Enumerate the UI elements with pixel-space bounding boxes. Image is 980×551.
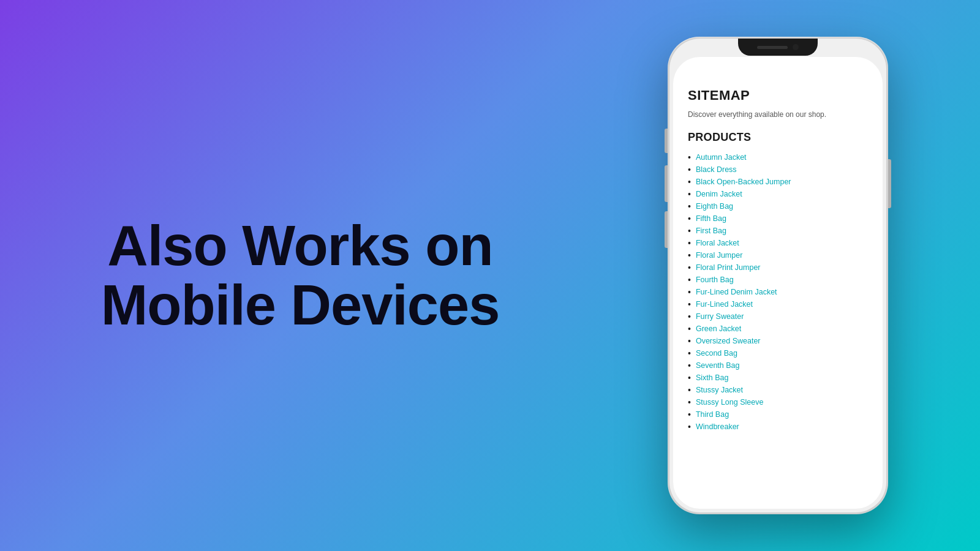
hero-headline: Also Works on Mobile Devices	[101, 216, 500, 334]
phone-inner: SITEMAP Discover everything available on…	[669, 39, 886, 512]
list-item[interactable]: Black Open-Backed Jumper	[688, 176, 868, 188]
product-link[interactable]: Floral Print Jumper	[696, 263, 761, 272]
phone-shell: SITEMAP Discover everything available on…	[668, 37, 888, 514]
hero-line2: Mobile Devices	[101, 274, 500, 336]
product-link[interactable]: First Bag	[696, 227, 726, 235]
product-link[interactable]: Green Jacket	[696, 324, 741, 333]
background: Also Works on Mobile Devices SITEMAP Dis…	[0, 0, 980, 551]
list-item[interactable]: Sixth Bag	[688, 372, 868, 384]
list-item[interactable]: Green Jacket	[688, 323, 868, 335]
list-item[interactable]: Windbreaker	[688, 421, 868, 433]
product-link[interactable]: Floral Jacket	[696, 239, 739, 247]
list-item[interactable]: Seventh Bag	[688, 359, 868, 372]
list-item[interactable]: Third Bag	[688, 408, 868, 421]
product-link[interactable]: Fur-Lined Jacket	[696, 300, 753, 309]
list-item[interactable]: Oversized Sweater	[688, 335, 868, 347]
list-item[interactable]: Floral Print Jumper	[688, 261, 868, 274]
list-item[interactable]: Floral Jacket	[688, 237, 868, 249]
sitemap-title: SITEMAP	[688, 88, 868, 103]
list-item[interactable]: Fur-Lined Denim Jacket	[688, 286, 868, 298]
product-link[interactable]: Sixth Bag	[696, 373, 729, 382]
product-link[interactable]: Furry Sweater	[696, 312, 744, 321]
list-item[interactable]: First Bag	[688, 225, 868, 237]
list-item[interactable]: Black Dress	[688, 163, 868, 176]
product-link[interactable]: Black Open-Backed Jumper	[696, 178, 791, 186]
list-item[interactable]: Eighth Bag	[688, 200, 868, 212]
product-link[interactable]: Stussy Long Sleeve	[696, 398, 764, 407]
product-link[interactable]: Eighth Bag	[696, 202, 733, 211]
hero-line1: Also Works on	[107, 214, 492, 277]
product-link[interactable]: Second Bag	[696, 349, 737, 358]
product-link[interactable]: Fifth Bag	[696, 214, 726, 223]
phone-button-mute	[665, 129, 668, 153]
product-link[interactable]: Denim Jacket	[696, 190, 742, 198]
phone-speaker	[757, 46, 788, 49]
phone-screen[interactable]: SITEMAP Discover everything available on…	[673, 57, 883, 509]
products-heading: PRODUCTS	[688, 131, 868, 144]
list-item[interactable]: Denim Jacket	[688, 188, 868, 200]
product-link[interactable]: Black Dress	[696, 165, 737, 174]
list-item[interactable]: Stussy Long Sleeve	[688, 396, 868, 408]
sitemap-description: Discover everything available on our sho…	[688, 110, 868, 120]
phone-notch	[738, 39, 818, 56]
list-item[interactable]: Second Bag	[688, 347, 868, 359]
product-link[interactable]: Fourth Bag	[696, 276, 734, 284]
list-item[interactable]: Autumn Jacket	[688, 151, 868, 163]
product-link[interactable]: Stussy Jacket	[696, 386, 743, 394]
list-item[interactable]: Fifth Bag	[688, 212, 868, 225]
product-link[interactable]: Oversized Sweater	[696, 337, 761, 345]
phone-camera	[793, 44, 799, 50]
list-item[interactable]: Fur-Lined Jacket	[688, 298, 868, 310]
phone-button-volume-up	[665, 165, 668, 202]
phone-button-power	[888, 159, 891, 208]
list-item[interactable]: Furry Sweater	[688, 310, 868, 323]
product-link[interactable]: Seventh Bag	[696, 361, 740, 370]
list-item[interactable]: Fourth Bag	[688, 274, 868, 286]
list-item[interactable]: Floral Jumper	[688, 249, 868, 261]
phone-button-volume-down	[665, 211, 668, 248]
phone-container: SITEMAP Discover everything available on…	[600, 12, 956, 539]
product-list: Autumn JacketBlack DressBlack Open-Backe…	[688, 151, 868, 433]
product-link[interactable]: Windbreaker	[696, 422, 739, 431]
product-link[interactable]: Fur-Lined Denim Jacket	[696, 288, 777, 296]
hero-text-section: Also Works on Mobile Devices	[0, 216, 600, 334]
list-item[interactable]: Stussy Jacket	[688, 384, 868, 396]
product-link[interactable]: Floral Jumper	[696, 251, 742, 260]
product-link[interactable]: Autumn Jacket	[696, 153, 747, 162]
product-link[interactable]: Third Bag	[696, 410, 729, 419]
